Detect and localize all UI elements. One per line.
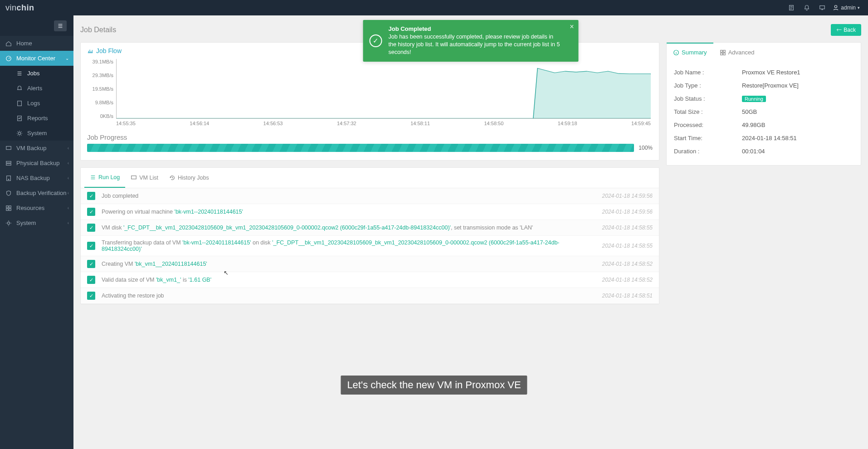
log-text: Activating the restore job [102, 293, 598, 299]
nav-resources[interactable]: Resources‹ [0, 200, 73, 215]
summary-key: Job Name : [674, 69, 742, 76]
job-progress-title: Job Progress [87, 133, 653, 141]
clipboard-icon[interactable] [784, 0, 799, 15]
summary-row: Job Name :Proxmox VE Restore1 [674, 66, 853, 79]
nav-label: System [16, 220, 36, 226]
nav-nas-backup[interactable]: NAS Backup‹ [0, 171, 73, 185]
nav-system[interactable]: System‹ [0, 215, 73, 230]
vm-icon [5, 145, 12, 151]
x-tick: 14:58:50 [484, 121, 503, 129]
x-tick: 14:59:45 [631, 121, 651, 129]
summary-value: 50GB [742, 108, 757, 115]
svg-rect-12 [6, 205, 8, 207]
monitor-icon [131, 175, 137, 181]
gear-icon [5, 220, 12, 226]
log-time: 2024-01-18 14:58:52 [602, 261, 653, 267]
job-progress-percent: 100% [639, 145, 653, 151]
nav-logs[interactable]: Logs [0, 96, 73, 111]
chevron-left-icon: ‹ [68, 146, 69, 151]
svg-rect-13 [9, 205, 11, 207]
tab-advanced[interactable]: Advanced [713, 43, 761, 61]
log-text: Transferring backup data of VM 'bk-vm1--… [102, 239, 598, 252]
log-time: 2024-01-18 14:59:56 [602, 193, 653, 199]
log-text: Creating VM 'bk_vm1__20240118144615' [102, 261, 598, 267]
summary-row: Start Time:2024-01-18 14:58:51 [674, 132, 853, 145]
check-icon: ✓ [87, 292, 95, 300]
nav-jobs[interactable]: Jobs [0, 66, 73, 81]
video-caption: Let's check the new VM in Proxmox VE [341, 376, 527, 395]
summary-value: 49.98GB [742, 122, 765, 128]
monitor-icon[interactable] [814, 0, 830, 15]
history-icon [169, 175, 176, 181]
summary-key: Processed: [674, 122, 742, 128]
nav-label: Monitor Center [16, 55, 55, 62]
svg-rect-21 [720, 53, 722, 54]
nav-home[interactable]: Home [0, 36, 73, 51]
menu-icon [57, 23, 63, 29]
nas-icon [5, 175, 12, 181]
list-icon [90, 174, 96, 181]
x-tick: 14:58:11 [410, 121, 430, 129]
bell-icon[interactable] [799, 0, 814, 15]
check-icon: ✓ [87, 276, 95, 284]
svg-rect-8 [6, 161, 11, 163]
report-icon [16, 115, 23, 122]
summary-key: Duration : [674, 148, 742, 155]
svg-point-11 [8, 179, 9, 180]
tab-history-jobs[interactable]: History Jobs [164, 168, 215, 188]
log-text: Valid data size of VM 'bk_vm1_' is '1.61… [102, 277, 598, 283]
svg-rect-7 [6, 146, 11, 149]
svg-rect-4 [18, 101, 22, 106]
grid-icon [720, 49, 726, 56]
svg-point-6 [18, 132, 20, 134]
y-tick: 39.1MB/s [87, 59, 113, 64]
summary-row: Job Type :Restore[Proxmox VE] [674, 79, 853, 92]
job-progress-bar [87, 144, 634, 152]
chevron-down-icon: ⌄ [65, 56, 69, 61]
nav-physical-backup[interactable]: Physical Backup‹ [0, 156, 73, 171]
toast-close[interactable]: × [570, 23, 574, 31]
chevron-down-icon: ▾ [858, 5, 860, 10]
x-tick: 14:55:35 [116, 121, 136, 129]
summary-key: Total Size : [674, 108, 742, 115]
dashboard-icon [5, 55, 12, 62]
back-button[interactable]: 🡐Back [831, 24, 861, 36]
nav-system-sub[interactable]: System [0, 126, 73, 141]
chevron-left-icon: ‹ [68, 176, 69, 181]
toast-title: Job Completed [389, 25, 562, 32]
summary-value: 2024-01-18 14:58:51 [742, 135, 797, 142]
x-tick: 14:57:32 [337, 121, 356, 129]
log-row: ✓Creating VM 'bk_vm1__20240118144615'202… [81, 256, 659, 272]
nav-alerts[interactable]: Alerts [0, 81, 73, 96]
log-text: Powering on virtual machine 'bk-vm1--202… [102, 209, 598, 215]
nav-reports[interactable]: Reports [0, 111, 73, 126]
info-icon [673, 49, 679, 56]
log-text: Job completed [102, 193, 598, 199]
list-icon [16, 70, 23, 77]
summary-row: Processed:49.98GB [674, 118, 853, 132]
nav-vm-backup[interactable]: VM Backup‹ [0, 141, 73, 156]
svg-rect-15 [9, 208, 11, 210]
sidebar: Home Monitor Center⌄ Jobs Alerts Logs Re… [0, 15, 73, 449]
log-time: 2024-01-18 14:58:51 [602, 293, 653, 299]
tab-run-log[interactable]: Run Log [84, 168, 125, 188]
x-tick: 14:56:53 [263, 121, 283, 129]
user-menu[interactable]: admin ▾ [830, 5, 863, 11]
check-icon: ✓ [87, 208, 95, 216]
nav-backup-verification[interactable]: Backup Verification‹ [0, 185, 73, 200]
svg-rect-9 [6, 163, 11, 165]
gear-icon [16, 130, 23, 137]
nav-monitor-center[interactable]: Monitor Center⌄ [0, 51, 73, 66]
sidebar-toggle[interactable] [54, 20, 67, 31]
tab-vm-list[interactable]: VM List [125, 168, 164, 188]
nav-label: Physical Backup [16, 160, 59, 166]
chart-icon [87, 48, 93, 54]
topbar: vinchin admin ▾ [0, 0, 868, 15]
nav-label: Resources [16, 205, 44, 211]
svg-rect-1 [820, 6, 825, 9]
chevron-left-icon: ‹ [68, 190, 69, 195]
home-icon [5, 40, 12, 47]
check-icon: ✓ [87, 242, 95, 250]
tab-summary[interactable]: Summary [667, 43, 713, 61]
summary-key: Start Time: [674, 135, 742, 142]
